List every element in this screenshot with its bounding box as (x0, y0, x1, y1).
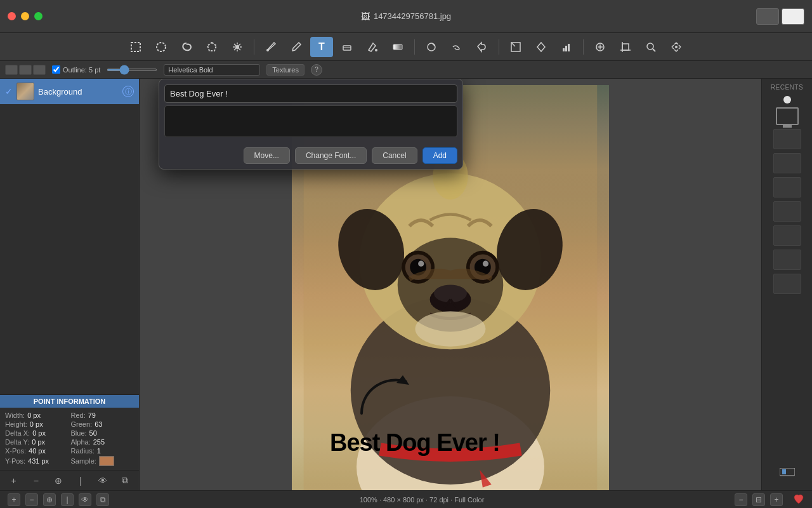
clone-stamp-tool[interactable] (471, 37, 494, 57)
paint-bucket-tool[interactable] (361, 37, 384, 57)
svg-line-9 (239, 44, 240, 46)
settings-status-btn[interactable]: ⊕ (43, 493, 56, 506)
select-rect-tool2[interactable] (504, 37, 527, 57)
title-right-controls (756, 8, 804, 25)
healing-tool[interactable] (589, 37, 612, 57)
eye-status-btn[interactable]: 👁 (79, 493, 91, 506)
layer-separator-btn[interactable]: | (73, 473, 88, 488)
svg-rect-49 (780, 468, 795, 476)
canvas-text-overlay: Best Dog Ever ! (330, 429, 500, 457)
blue-value: 50 (89, 429, 97, 437)
ellipse-select-tool[interactable] (150, 37, 173, 57)
radius-row: Radius: 1 (71, 447, 134, 455)
xpos-label: X-Pos: (5, 447, 26, 455)
font-name-input[interactable] (164, 64, 260, 76)
svg-rect-50 (782, 469, 786, 474)
recents-empty-5 (773, 225, 801, 246)
right-panel: RECENTS (761, 79, 812, 490)
recents-circle-item (783, 96, 791, 104)
text-dialog-input[interactable] (164, 84, 457, 103)
add-status-btn[interactable]: + (8, 493, 20, 506)
add-layer-button[interactable]: + (6, 473, 22, 488)
add-button[interactable]: Add (422, 147, 457, 164)
ypos-value: 431 px (28, 457, 49, 465)
blue-label: Blue: (71, 429, 87, 437)
marquee-rect-tool[interactable] (124, 37, 147, 57)
color-swatch-dark (756, 8, 779, 25)
stack-button[interactable]: ⧉ (117, 473, 133, 488)
link-status-btn[interactable]: | (61, 493, 74, 506)
cancel-button[interactable]: Cancel (372, 147, 417, 164)
help-button[interactable]: ? (311, 64, 322, 76)
change-font-button[interactable]: Change Font... (295, 147, 367, 164)
xpos-value: 40 px (29, 447, 46, 455)
move-button[interactable]: Move... (244, 147, 290, 164)
zoom-in-btn[interactable]: + (770, 493, 783, 506)
green-label: Green: (71, 420, 93, 428)
move-tool[interactable] (665, 37, 688, 57)
zoom-out-btn[interactable]: − (735, 493, 747, 506)
toolbar-separator-3 (499, 39, 499, 55)
layer-item-background[interactable]: ✓ Background ⓘ (0, 79, 139, 104)
svg-point-25 (647, 43, 653, 50)
red-label: Red: (71, 411, 86, 419)
blue-row: Blue: 50 (71, 429, 134, 437)
maximize-button[interactable] (34, 12, 43, 20)
layer-thumbnail (16, 83, 34, 100)
fit-view-btn[interactable]: ⊟ (752, 493, 765, 506)
remove-layer-button[interactable]: − (29, 473, 44, 488)
deltax-row: Delta X: 0 px (5, 429, 69, 437)
svg-rect-22 (622, 44, 629, 50)
smudge-tool[interactable] (445, 37, 468, 57)
grid-view-btn[interactable] (19, 65, 32, 75)
layers-empty-area (0, 104, 139, 394)
green-row: Green: 63 (71, 420, 134, 428)
eye-button[interactable]: 👁 (95, 473, 110, 488)
fill-tool[interactable] (530, 37, 553, 57)
paint-brush-tool[interactable] (259, 37, 282, 57)
layer-options-button[interactable]: ⊕ (51, 473, 66, 488)
sample-row: Sample: (71, 456, 134, 466)
outline-checkbox-label: Outline: 5 pt (52, 65, 100, 74)
layer-info-button[interactable]: ⓘ (122, 86, 134, 97)
green-value: 63 (95, 420, 102, 428)
text-dialog: Move... Change Font... Cancel Add (159, 79, 463, 170)
window-title: 14734429756781.jpg (374, 11, 451, 21)
magic-wand-tool[interactable] (226, 37, 249, 57)
options-bar: Outline: 5 pt Textures ? (0, 61, 812, 79)
svg-rect-19 (565, 46, 567, 51)
zoom-tool[interactable] (639, 37, 662, 57)
detail-view-btn[interactable] (33, 65, 46, 75)
svg-rect-15 (393, 44, 402, 50)
recents-label: RECENTS (771, 84, 803, 91)
polygon-select-tool[interactable] (200, 37, 223, 57)
width-label: Width: (5, 411, 25, 419)
recents-bottom-icon (780, 468, 795, 478)
recents-screen-item[interactable] (776, 107, 799, 125)
list-view-btn[interactable] (5, 65, 18, 75)
close-button[interactable] (8, 12, 16, 20)
outline-checkbox[interactable] (52, 65, 60, 74)
layers-status-btn[interactable]: ⧉ (96, 493, 109, 506)
recents-empty-6 (773, 250, 801, 270)
remove-status-btn[interactable]: − (25, 493, 38, 506)
lasso-tool[interactable] (175, 37, 198, 57)
dodge-burn-tool[interactable] (420, 37, 443, 57)
gradient-tool[interactable] (386, 37, 409, 57)
eraser-tool[interactable] (336, 37, 358, 57)
layer-name: Background (38, 87, 119, 97)
text-tool-icon: T (318, 41, 325, 53)
histogram-tool[interactable] (555, 37, 578, 57)
svg-line-7 (234, 44, 236, 46)
recents-bottom (780, 468, 795, 485)
textures-button[interactable]: Textures (266, 64, 304, 76)
minimize-button[interactable] (21, 12, 29, 20)
status-bar: + − ⊕ | 👁 ⧉ 100% · 480 × 800 px · 72 dpi… (0, 490, 812, 508)
svg-rect-18 (563, 48, 565, 51)
crop-tool[interactable] (614, 37, 637, 57)
text-tool[interactable]: T (310, 37, 333, 57)
pencil-tool[interactable] (285, 37, 308, 57)
svg-rect-20 (568, 44, 570, 51)
outline-slider[interactable] (107, 69, 157, 71)
ypos-label: Y-Pos: (5, 457, 25, 465)
